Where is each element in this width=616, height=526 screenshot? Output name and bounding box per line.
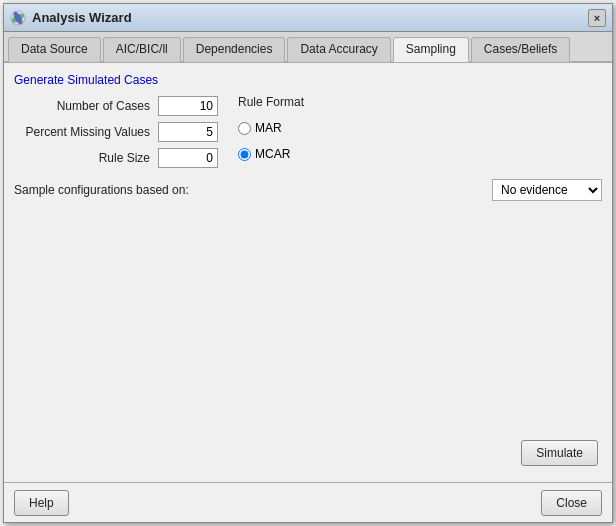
simulate-button[interactable]: Simulate <box>521 440 598 466</box>
mcar-label: MCAR <box>255 147 290 161</box>
app-icon <box>10 10 26 26</box>
rule-size-label: Rule Size <box>14 151 154 165</box>
window-close-button[interactable]: × <box>588 9 606 27</box>
percent-missing-row: Percent Missing Values <box>14 121 218 143</box>
sample-row: Sample configurations based on: No evide… <box>14 179 602 201</box>
tab-cases-beliefs[interactable]: Cases/Beliefs <box>471 37 570 62</box>
help-button[interactable]: Help <box>14 490 69 516</box>
mar-label: MAR <box>255 121 282 135</box>
tab-sampling[interactable]: Sampling <box>393 37 469 62</box>
title-bar: Analysis Wizard × <box>4 4 612 32</box>
number-of-cases-row: Number of Cases <box>14 95 218 117</box>
form-fields: Number of Cases Percent Missing Values R… <box>14 95 218 169</box>
number-of-cases-label: Number of Cases <box>14 99 154 113</box>
number-of-cases-input[interactable] <box>158 96 218 116</box>
tab-dependencies[interactable]: Dependencies <box>183 37 286 62</box>
tab-data-accuracy[interactable]: Data Accuracy <box>287 37 390 62</box>
percent-missing-input[interactable] <box>158 122 218 142</box>
percent-missing-label: Percent Missing Values <box>14 125 154 139</box>
mar-radio-row: MAR <box>238 117 304 139</box>
sample-dropdown[interactable]: No evidence <box>492 179 602 201</box>
rule-size-row: Rule Size <box>14 147 218 169</box>
tab-aic-bic[interactable]: AIC/BIC/ll <box>103 37 181 62</box>
sample-label: Sample configurations based on: <box>14 183 189 197</box>
rule-format-section: Rule Format MAR MCAR <box>238 95 304 169</box>
tab-bar: Data Source AIC/BIC/ll Dependencies Data… <box>4 32 612 63</box>
simulate-row: Simulate <box>14 440 602 466</box>
section-title: Generate Simulated Cases <box>14 73 602 87</box>
bottom-right-buttons: Close <box>541 490 602 516</box>
form-area: Number of Cases Percent Missing Values R… <box>14 95 602 169</box>
close-button[interactable]: Close <box>541 490 602 516</box>
analysis-wizard-window: Analysis Wizard × Data Source AIC/BIC/ll… <box>3 3 613 523</box>
tab-content: Generate Simulated Cases Number of Cases… <box>4 63 612 482</box>
mcar-radio[interactable] <box>238 148 251 161</box>
rule-format-title: Rule Format <box>238 95 304 109</box>
mcar-radio-row: MCAR <box>238 143 304 165</box>
bottom-bar: Help Close <box>4 482 612 522</box>
mar-radio[interactable] <box>238 122 251 135</box>
tab-data-source[interactable]: Data Source <box>8 37 101 62</box>
rule-size-input[interactable] <box>158 148 218 168</box>
window-title: Analysis Wizard <box>32 10 132 25</box>
